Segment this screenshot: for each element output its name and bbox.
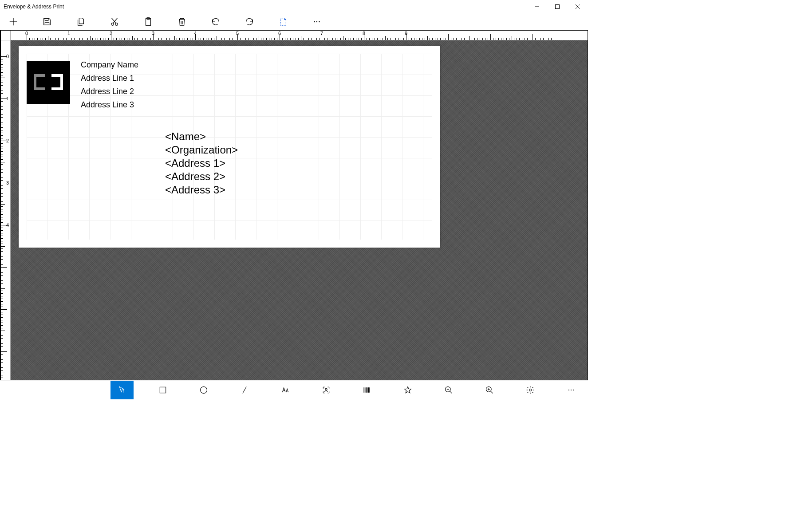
- undo-icon: [211, 17, 221, 27]
- more-icon: [567, 386, 576, 394]
- more-button[interactable]: [312, 16, 322, 27]
- recipient-line: <Address 3>: [165, 183, 238, 197]
- recipient-line: <Name>: [165, 130, 238, 143]
- square-icon: [158, 386, 167, 394]
- cut-button[interactable]: [109, 16, 120, 27]
- clipboard-icon: [143, 17, 153, 27]
- ruler-v-label: 0: [6, 54, 9, 59]
- ruler-h-label: 0: [25, 31, 28, 36]
- ruler-v-label: 1: [6, 96, 9, 101]
- ruler-v-label: 3: [6, 180, 9, 185]
- sender-line: Company Name: [81, 58, 138, 71]
- toolbar-bottom: [0, 380, 588, 399]
- select-tool[interactable]: [110, 381, 134, 399]
- close-button[interactable]: [568, 0, 588, 13]
- svg-marker-29: [405, 386, 411, 393]
- svg-rect-19: [160, 387, 166, 393]
- save-icon: [42, 17, 52, 27]
- delete-button[interactable]: [177, 16, 187, 27]
- settings-button[interactable]: [519, 381, 542, 399]
- svg-point-20: [201, 386, 207, 393]
- svg-point-22: [325, 388, 327, 390]
- star-tool[interactable]: [396, 381, 419, 399]
- svg-point-38: [568, 389, 569, 390]
- ellipse-tool[interactable]: [192, 381, 215, 399]
- ruler-h-label: 2: [110, 31, 112, 36]
- cursor-icon: [118, 386, 126, 394]
- line-tool[interactable]: [233, 381, 256, 399]
- svg-point-9: [115, 23, 118, 26]
- svg-point-40: [573, 389, 574, 390]
- text-icon: [281, 386, 290, 394]
- new-document-button[interactable]: [278, 16, 288, 27]
- text-tool[interactable]: [274, 381, 297, 399]
- svg-point-16: [314, 21, 315, 22]
- svg-point-37: [529, 389, 532, 391]
- svg-line-21: [243, 386, 246, 393]
- sender-line: Address Line 2: [81, 85, 138, 98]
- person-frame-icon: [322, 386, 331, 394]
- svg-point-17: [316, 21, 317, 22]
- titlebar: Envelope & Address Print: [0, 0, 588, 13]
- paste-button[interactable]: [143, 16, 154, 27]
- sender-line: Address Line 3: [81, 98, 138, 111]
- minimize-button[interactable]: [527, 0, 547, 13]
- company-logo[interactable]: [27, 61, 70, 104]
- copy-icon: [76, 17, 86, 27]
- svg-line-31: [450, 391, 452, 393]
- redo-button[interactable]: [244, 16, 255, 27]
- sender-line: Address Line 1: [81, 71, 138, 85]
- ruler-h-label: 9: [405, 31, 407, 36]
- ruler-v-label: 2: [6, 138, 9, 143]
- scissors-icon: [110, 17, 119, 27]
- envelope-paper[interactable]: Company NameAddress Line 1Address Line 2…: [19, 46, 440, 248]
- svg-point-8: [111, 23, 114, 26]
- recipient-line: <Address 2>: [165, 170, 238, 183]
- new-button[interactable]: [8, 16, 19, 27]
- maximize-button[interactable]: [547, 0, 568, 13]
- logo-bracket-right: [51, 74, 63, 90]
- new-document-icon: [278, 17, 288, 27]
- window-title: Envelope & Address Print: [4, 4, 64, 10]
- ruler-h-label: 3: [152, 31, 154, 36]
- zoom-out-icon: [444, 386, 453, 394]
- svg-rect-1: [556, 5, 560, 9]
- recipient-line: <Address 1>: [165, 157, 238, 170]
- ruler-v-label: 4: [6, 222, 9, 228]
- zoom-in-icon: [485, 386, 494, 394]
- logo-bracket-left: [34, 74, 45, 90]
- canvas[interactable]: Company NameAddress Line 1Address Line 2…: [11, 40, 588, 380]
- recipient-address-block[interactable]: <Name><Organization><Address 1><Address …: [165, 130, 238, 197]
- save-button[interactable]: [42, 16, 52, 27]
- ruler-h-label: 7: [320, 31, 323, 36]
- ruler-h-label: 6: [278, 31, 281, 36]
- sender-address-block[interactable]: Company NameAddress Line 1Address Line 2…: [81, 58, 138, 111]
- circle-icon: [199, 386, 208, 394]
- image-tool[interactable]: [315, 381, 338, 399]
- ruler-horizontal: 0123456789: [11, 31, 588, 40]
- copy-button[interactable]: [75, 16, 86, 27]
- svg-rect-6: [45, 19, 48, 21]
- zoom-in-button[interactable]: [478, 381, 501, 399]
- gear-icon: [526, 386, 535, 394]
- barcode-tool[interactable]: [355, 381, 379, 399]
- ruler-corner: [1, 31, 11, 40]
- barcode-icon: [363, 386, 371, 394]
- toolbar-top: [0, 13, 588, 30]
- plus-icon: [8, 17, 18, 27]
- ruler-vertical: 01234: [1, 40, 11, 380]
- undo-button[interactable]: [210, 16, 221, 27]
- zoom-out-button[interactable]: [437, 381, 460, 399]
- more-icon: [312, 17, 322, 27]
- workspace: 0123456789 01234 Company NameAddress Lin…: [0, 30, 588, 380]
- ruler-h-label: 1: [67, 31, 70, 36]
- recipient-line: <Organization>: [165, 143, 238, 157]
- svg-point-18: [319, 21, 320, 22]
- bottom-more-button[interactable]: [560, 381, 583, 399]
- ruler-h-label: 5: [236, 31, 239, 36]
- rectangle-tool[interactable]: [151, 381, 174, 399]
- svg-point-39: [571, 389, 572, 390]
- svg-rect-7: [45, 23, 49, 25]
- trash-icon: [177, 17, 187, 27]
- redo-icon: [245, 17, 254, 27]
